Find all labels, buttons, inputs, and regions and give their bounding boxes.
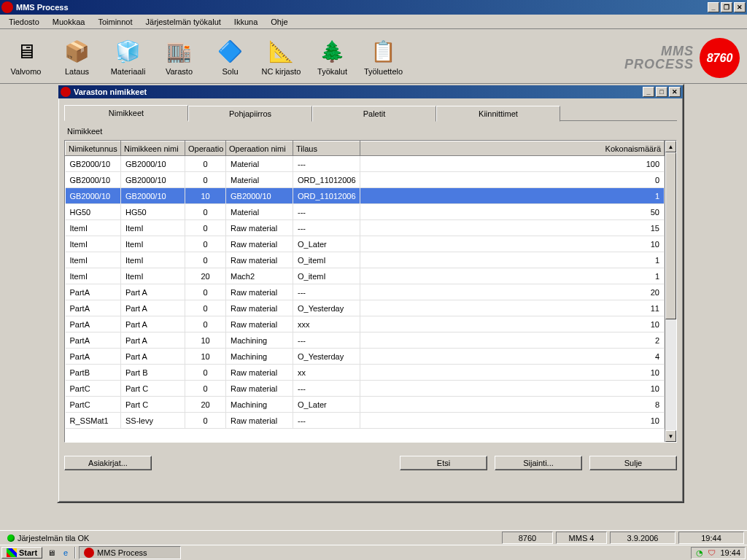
menu-item-3[interactable]: Järjestelmän työkalut — [140, 16, 227, 28]
cell: Raw material — [226, 381, 293, 397]
cell: PartA — [66, 349, 121, 365]
table-row[interactable]: PartAPart A10Machining---2 — [66, 332, 665, 349]
table-row[interactable]: R_SSMat1SS-levy0Raw material---10 — [66, 413, 665, 429]
cell: O_Yesterday — [293, 300, 360, 316]
scroll-up-button[interactable]: ▲ — [665, 141, 676, 152]
mdi-area: Varaston nimikkeet _ □ ✕ NimikkeetPohjap… — [0, 84, 747, 536]
column-header-1[interactable]: Nimikkeen nimi — [121, 141, 185, 156]
menu-item-4[interactable]: Ikkuna — [228, 16, 263, 28]
tab-pohjapiirros[interactable]: Pohjapiirros — [188, 106, 312, 122]
table-row[interactable]: ItemIItemI0Raw materialO_Later10 — [66, 236, 665, 252]
toolbar: 🖥Valvomo📦Lataus🧊Materiaali🏬Varasto🔷Solu📐… — [0, 29, 747, 84]
cell: Raw material — [226, 252, 293, 268]
cell: 0 — [185, 365, 226, 381]
section-label: Nimikkeet — [67, 127, 677, 136]
column-header-4[interactable]: Tilaus — [293, 141, 360, 156]
table-row[interactable]: HG50HG500Material---50 — [66, 204, 665, 220]
cell: Raw material — [226, 220, 293, 236]
toolbar-varasto[interactable]: 🏬Varasto — [159, 36, 199, 76]
table-row[interactable]: ItemIItemI20Mach2O_itemI1 — [66, 268, 665, 284]
tab-kiinnittimet[interactable]: Kiinnittimet — [436, 106, 560, 122]
cell: 10 — [185, 349, 226, 365]
toolbar-label: NC kirjasto — [262, 67, 301, 76]
cell: Raw material — [226, 365, 293, 381]
cell: SS-levy — [121, 413, 185, 429]
scroll-thumb[interactable] — [665, 152, 676, 319]
etsi-button[interactable]: Etsi — [400, 456, 487, 470]
menu-item-2[interactable]: Toiminnot — [92, 16, 138, 28]
vertical-scrollbar[interactable]: ▲ ▼ — [665, 141, 676, 442]
table-row[interactable]: ItemIItemI0Raw materialO_itemI1 — [66, 252, 665, 268]
column-header-0[interactable]: Nimiketunnus — [66, 141, 121, 156]
cell: PartA — [66, 332, 121, 349]
cell: 50 — [360, 204, 665, 220]
close-button[interactable]: ✕ — [734, 2, 746, 12]
cell: ItemI — [66, 220, 121, 236]
scroll-down-button[interactable]: ▼ — [665, 430, 676, 442]
table-row[interactable]: PartBPart B0Raw materialxx10 — [66, 365, 665, 381]
cell: ItemI — [66, 252, 121, 268]
toolbar-lataus[interactable]: 📦Lataus — [57, 36, 97, 76]
tab-nimikkeet[interactable]: Nimikkeet — [64, 105, 188, 121]
table-row[interactable]: PartCPart C0Raw material---10 — [66, 381, 665, 397]
child-close-button[interactable]: ✕ — [669, 87, 681, 97]
cell: Raw material — [226, 284, 293, 300]
start-button[interactable]: Start — [1, 547, 42, 559]
items-table: NimiketunnusNimikkeen nimiOperaatioOpera… — [65, 141, 665, 429]
cell: 10 — [360, 236, 665, 252]
cell: 1 — [360, 268, 665, 284]
column-header-5[interactable]: Kokonaismäärä — [360, 141, 665, 156]
sulje-button[interactable]: Sulje — [589, 456, 677, 470]
cell: 10 — [185, 188, 226, 204]
table-row[interactable]: PartAPart A0Raw materialO_Yesterday11 — [66, 300, 665, 316]
column-header-2[interactable]: Operaatio — [185, 141, 226, 156]
menu-item-1[interactable]: Muokkaa — [47, 16, 91, 28]
cell: ItemI — [121, 252, 185, 268]
table-row[interactable]: PartAPart A0Raw material---20 — [66, 284, 665, 300]
cell: 11 — [360, 300, 665, 316]
child-minimize-button[interactable]: _ — [643, 87, 654, 97]
sijainti-button[interactable]: Sijainti... — [495, 456, 582, 470]
toolbar-solu[interactable]: 🔷Solu — [210, 36, 250, 76]
column-header-3[interactable]: Operaation nimi — [226, 141, 293, 156]
toolbar-työluettelo[interactable]: 📋Työluettelo — [363, 36, 403, 76]
statusbar: Järjestelmän tila OK 8760 MMS 4 3.9.2006… — [0, 530, 747, 545]
asiakirjat-button[interactable]: Asiakirjat... — [64, 456, 152, 470]
cell: ItemI — [121, 236, 185, 252]
cell: O_itemI — [293, 252, 360, 268]
toolbar-työkalut[interactable]: 🌲Työkalut — [312, 36, 352, 76]
toolbar-materiaali[interactable]: 🧊Materiaali — [108, 36, 148, 76]
table-row[interactable]: PartAPart A10MachiningO_Yesterday4 — [66, 349, 665, 365]
child-maximize-button[interactable]: □ — [656, 87, 667, 97]
quicklaunch-ie-icon[interactable]: e — [60, 547, 71, 559]
table-row[interactable]: GB2000/10GB2000/1010GB2000/10ORD_1101200… — [66, 188, 665, 204]
tray-icon-1[interactable]: ◔ — [696, 548, 703, 558]
taskbar-item-mms[interactable]: MMS Process — [79, 546, 181, 559]
toolbar-nc kirjasto[interactable]: 📐NC kirjasto — [261, 36, 301, 76]
cell: Raw material — [226, 300, 293, 316]
cell: PartA — [66, 300, 121, 316]
menu-item-5[interactable]: Ohje — [265, 16, 293, 28]
cell: Material — [226, 204, 293, 220]
table-row[interactable]: ItemIItemI0Raw material---15 — [66, 220, 665, 236]
table-row[interactable]: GB2000/10GB2000/100MaterialORD_110120060 — [66, 172, 665, 188]
toolbar-label: Työkalut — [317, 67, 347, 76]
cell: Raw material — [226, 316, 293, 332]
tab-paletit[interactable]: Paletit — [312, 106, 436, 122]
table-row[interactable]: PartAPart A0Raw materialxxx10 — [66, 316, 665, 332]
cell: 0 — [185, 204, 226, 220]
tray-shield-icon[interactable]: 🛡 — [708, 548, 716, 557]
scroll-track[interactable] — [665, 152, 676, 430]
child-icon — [61, 87, 71, 97]
menu-item-0[interactable]: Tiedosto — [3, 16, 45, 28]
cell: O_Later — [293, 397, 360, 413]
maximize-button[interactable]: ❐ — [721, 2, 732, 12]
table-row[interactable]: PartCPart C20MachiningO_Later8 — [66, 397, 665, 413]
windows-flag-icon — [7, 548, 17, 557]
table-row[interactable]: GB2000/10GB2000/100Material---100 — [66, 156, 665, 172]
toolbar-valvomo[interactable]: 🖥Valvomo — [6, 36, 46, 76]
minimize-button[interactable]: _ — [708, 2, 719, 12]
system-tray: ◔ 🛡 19:44 — [691, 547, 746, 559]
cell: HG50 — [66, 204, 121, 220]
quicklaunch-desktop-icon[interactable]: 🖥 — [45, 547, 57, 559]
